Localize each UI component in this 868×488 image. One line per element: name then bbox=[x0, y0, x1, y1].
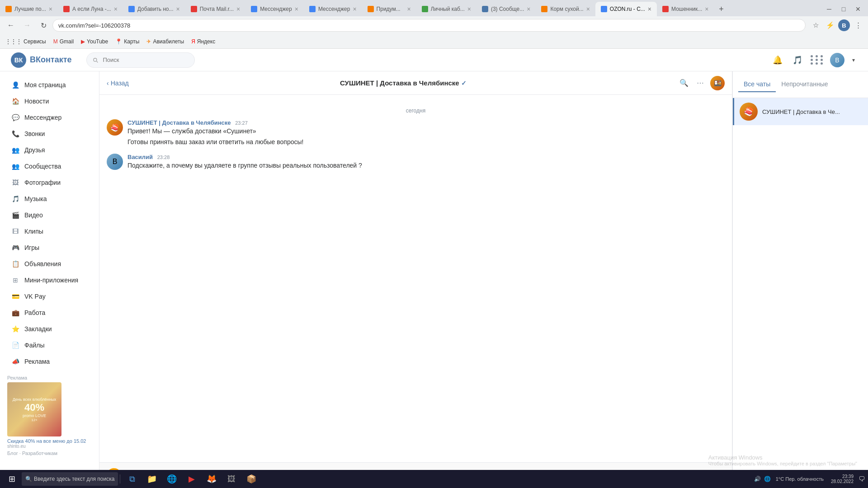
bookmark-yandex-label: Яндекс bbox=[197, 38, 215, 45]
sidebar-item-bookmarks[interactable]: ⭐ Закладки bbox=[4, 321, 95, 337]
address-bar[interactable]: vk.com/im?sel=-106200378 bbox=[52, 19, 806, 32]
back-button[interactable]: ← bbox=[4, 18, 18, 33]
sidebar-item-work[interactable]: 💼 Работа bbox=[4, 305, 95, 321]
sidebar-item-adv[interactable]: 📣 Реклама bbox=[4, 353, 95, 370]
sidebar-item-video[interactable]: 🎬 Видео bbox=[4, 207, 95, 223]
sidebar-item-calls[interactable]: 📞 Звонки bbox=[4, 126, 95, 142]
tab-2[interactable]: А если Луна -... × bbox=[58, 2, 123, 16]
bookmark-yandex[interactable]: Я Яндекс bbox=[191, 38, 215, 45]
minimize-button[interactable]: ─ bbox=[823, 3, 835, 15]
message-sender-2[interactable]: Василий 23:28 bbox=[127, 154, 725, 160]
close-window-button[interactable]: ✕ bbox=[852, 3, 864, 15]
message-sender-1[interactable]: СУШИНЕТ | Доставка в Челябинске 23:27 bbox=[127, 119, 725, 126]
tray-icon-2[interactable]: 🌐 bbox=[763, 474, 772, 483]
tab-11[interactable]: OZON.ru - С... × bbox=[595, 2, 657, 16]
tab-close-11[interactable]: × bbox=[648, 5, 651, 13]
tab-3[interactable]: Добавить но... × bbox=[123, 2, 185, 16]
vk-search-input[interactable] bbox=[86, 52, 195, 68]
tab-unread[interactable]: Непрочитанные bbox=[776, 77, 833, 92]
adv-icon: 📣 bbox=[11, 357, 20, 366]
sidebar-item-communities[interactable]: 👥 Сообщества bbox=[4, 158, 95, 174]
tab-favicon-2 bbox=[63, 6, 70, 12]
bookmark-avia[interactable]: ✈ Авиабилеты bbox=[146, 38, 184, 45]
vk-logo[interactable]: ВК ВКонтакте bbox=[11, 52, 72, 68]
bookmark-gmail[interactable]: M Gmail bbox=[53, 38, 74, 45]
menu-button[interactable]: ⋮ bbox=[852, 19, 864, 32]
sidebar-item-mini-apps[interactable]: ⊞ Мини-приложения bbox=[4, 272, 95, 288]
sidebar-item-messenger[interactable]: 💬 Мессенджер bbox=[4, 109, 95, 126]
profile-button[interactable]: B bbox=[838, 19, 850, 31]
sidebar-item-photos[interactable]: 🖼 Фотографии bbox=[4, 174, 95, 191]
forward-button[interactable]: → bbox=[20, 18, 34, 33]
ad-title[interactable]: Скидка 40% на все меню до 15.02 bbox=[7, 438, 92, 444]
chat-item-1[interactable]: 🍣 СУШИНЕТ | Доставка в Чe... bbox=[733, 98, 868, 125]
sidebar-item-clips[interactable]: 🎞 Клипы bbox=[4, 223, 95, 239]
group-avatar-icon[interactable]: 🍱 bbox=[710, 76, 725, 90]
tab-close-3[interactable]: × bbox=[176, 5, 180, 13]
tab-close-6[interactable]: × bbox=[353, 5, 356, 13]
search-conv-icon[interactable]: 🔍 bbox=[678, 77, 690, 89]
bookmark-services[interactable]: ⋮⋮⋮ Сервисы bbox=[5, 38, 46, 45]
tab-close-5[interactable]: × bbox=[295, 5, 298, 13]
sidebar-item-vkpay[interactable]: 💳 VK Pay bbox=[4, 288, 95, 305]
sidebar-item-music[interactable]: 🎵 Музыка bbox=[4, 191, 95, 207]
tab-9[interactable]: (3) Сообще... × bbox=[476, 2, 536, 16]
extensions-button[interactable]: ⚡ bbox=[824, 19, 836, 32]
video-icon: 🎬 bbox=[11, 211, 20, 220]
taskbar-clock[interactable]: 23:39 28.02.2022 bbox=[827, 474, 857, 484]
bookmark-services-icon: ⋮⋮⋮ bbox=[5, 38, 22, 45]
tab-12[interactable]: Мошенник... × bbox=[657, 2, 714, 16]
tab-all-chats[interactable]: Все чаты bbox=[738, 77, 776, 92]
new-tab-button[interactable]: + bbox=[714, 2, 729, 16]
taskbar-app-7[interactable]: 📦 bbox=[241, 471, 261, 487]
tray-icon-1[interactable]: 🔊 bbox=[753, 474, 762, 483]
tab-close-7[interactable]: × bbox=[407, 5, 410, 13]
taskbar-task-view[interactable]: ⧉ bbox=[122, 471, 142, 487]
bookmark-maps[interactable]: 📍 Карты bbox=[115, 38, 139, 45]
sidebar-item-games[interactable]: 🎮 Игры bbox=[4, 239, 95, 256]
sidebar-item-ads[interactable]: 📋 Объявления bbox=[4, 256, 95, 272]
tab-5[interactable]: Мессенджер × bbox=[245, 2, 304, 16]
taskbar-search[interactable]: 🔍 Введите здесь текст для поиска bbox=[22, 472, 118, 486]
music-header-icon[interactable]: 🎵 bbox=[790, 53, 805, 67]
bookmark-button[interactable]: ☆ bbox=[809, 19, 822, 32]
tab-7[interactable]: Придум... × bbox=[362, 2, 416, 16]
taskbar-app-browser[interactable]: 🌐 bbox=[162, 471, 182, 487]
maximize-button[interactable]: □ bbox=[837, 3, 850, 15]
tab-10[interactable]: Корм сухой... × bbox=[536, 2, 595, 16]
tab-close-1[interactable]: × bbox=[49, 5, 52, 13]
tab-4[interactable]: Почта Mail.r... × bbox=[185, 2, 246, 16]
ad-blog-link[interactable]: Блог · Разработчикам bbox=[7, 450, 92, 456]
taskbar-notifications[interactable]: 🗨 bbox=[857, 474, 866, 483]
tab-close-12[interactable]: × bbox=[705, 5, 708, 13]
start-button[interactable]: ⊞ bbox=[2, 471, 22, 487]
tab-close-10[interactable]: × bbox=[586, 5, 590, 13]
notifications-icon[interactable]: 🔔 bbox=[770, 53, 785, 67]
tab-6[interactable]: Мессенджер × bbox=[304, 2, 362, 16]
apps-grid-icon[interactable] bbox=[810, 53, 825, 67]
taskbar-app-6[interactable]: 🖼 bbox=[222, 471, 241, 487]
tab-close-9[interactable]: × bbox=[527, 5, 530, 13]
ad-image[interactable]: День всех влюблённых 40% promo LOVE 12+ bbox=[7, 382, 61, 436]
user-avatar[interactable]: В bbox=[830, 53, 844, 67]
sidebar-item-news[interactable]: 🏠 Новости bbox=[4, 93, 95, 109]
sidebar-item-my-page[interactable]: 👤 Моя страница bbox=[4, 77, 95, 93]
chat-tabs: Все чаты Непрочитанные bbox=[738, 77, 863, 92]
taskbar-app-4[interactable]: ▶ bbox=[182, 471, 202, 487]
taskbar-app-files[interactable]: 📁 bbox=[142, 471, 162, 487]
sidebar-item-files[interactable]: 📄 Файлы bbox=[4, 337, 95, 353]
tab-8[interactable]: Личный каб... × bbox=[416, 2, 476, 16]
bookmark-youtube[interactable]: ▶ YouTube bbox=[81, 38, 108, 45]
taskbar-app-5[interactable]: 🦊 bbox=[202, 471, 222, 487]
back-button[interactable]: ‹ Назад bbox=[107, 80, 129, 87]
tab-close-8[interactable]: × bbox=[467, 5, 471, 13]
user-menu-chevron[interactable]: ▾ bbox=[850, 53, 857, 67]
taskbar-weather[interactable]: 1°С Пер. облачность bbox=[772, 476, 827, 482]
sidebar-item-friends[interactable]: 👥 Друзья bbox=[4, 142, 95, 158]
tab-1[interactable]: Лучшие по... × bbox=[0, 2, 58, 16]
message-text-1a: Привет! Мы — служба доставки «Сушинет» bbox=[127, 127, 725, 136]
tab-close-4[interactable]: × bbox=[236, 5, 240, 13]
more-options-icon[interactable]: ⋯ bbox=[694, 77, 707, 89]
reload-button[interactable]: ↻ bbox=[36, 18, 51, 33]
tab-close-2[interactable]: × bbox=[114, 5, 118, 13]
